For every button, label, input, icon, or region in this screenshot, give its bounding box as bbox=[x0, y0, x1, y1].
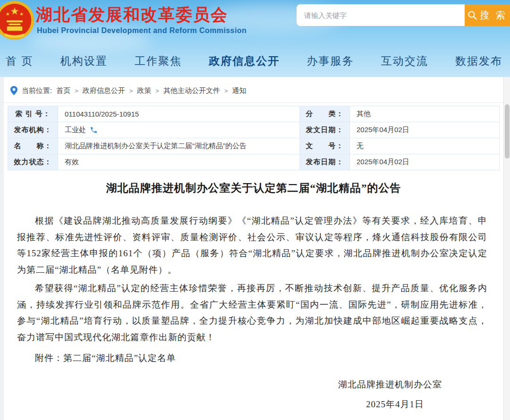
breadcrumb-separator: > bbox=[75, 87, 78, 94]
search-input[interactable] bbox=[297, 4, 465, 26]
meta-value-category: 其他 bbox=[350, 106, 500, 122]
content-panel: 当前位置: 首页 > 政府信息公开 > 政策 > 其他主动公开文件 > 通知 索… bbox=[4, 77, 503, 420]
table-row: 名 称： 湖北品牌推进机制办公室关于认定第二届“湖北精品”的公告 文 号： 无 bbox=[8, 138, 500, 154]
nav-item-org[interactable]: 机构设置 bbox=[60, 54, 108, 68]
location-pin-icon bbox=[10, 86, 17, 95]
article: 湖北品牌推进机制办公室关于认定第二届“湖北精品”的公告 根据《建设品牌湖北推动高… bbox=[4, 181, 503, 411]
nav-item-data-release[interactable]: 数据发布 bbox=[455, 54, 502, 68]
breadcrumb: 当前位置: 首页 > 政府信息公开 > 政策 > 其他主动公开文件 > 通知 bbox=[4, 77, 503, 103]
meta-label-validity: 效力状态： bbox=[8, 154, 58, 170]
table-row: 索 引 号： 011043110/2025-10915 分 类： 其他 bbox=[8, 106, 500, 122]
breadcrumb-separator: > bbox=[155, 87, 159, 94]
meta-label-title: 名 称： bbox=[8, 138, 58, 154]
article-date: 2025年4月1日 bbox=[17, 398, 487, 411]
attachment-link[interactable]: 附件：第二届“湖北精品”认定名单 bbox=[17, 350, 487, 366]
meta-label-doc-number: 文 号： bbox=[300, 138, 350, 154]
site-subtitle: Hubei Provincial Development and Reform … bbox=[37, 26, 246, 35]
meta-label-issuing-agency: 发布机构： bbox=[8, 122, 58, 138]
page: 湖北省发展和改革委员会 Hubei Provincial Development… bbox=[0, 0, 510, 420]
article-title: 湖北品牌推进机制办公室关于认定第二届“湖北精品”的公告 bbox=[4, 181, 503, 195]
article-paragraph-2: 希望获得“湖北精品”认定的经营主体珍惜荣誉，再接再厉，不断推动技术创新、提升产品… bbox=[17, 280, 487, 345]
meta-label-issue-date: 发文日期： bbox=[300, 122, 350, 138]
search-box: 搜 索 bbox=[297, 4, 510, 26]
table-row: 发布机构： 工业处 发文日期： 2025年04月02日 bbox=[8, 122, 500, 138]
site-title: 湖北省发展和改革委员会 bbox=[36, 4, 228, 26]
main-nav: 首 页 机构设置 工作聚焦 政府信息公开 办事服务 互动交流 数据发布 bbox=[0, 48, 510, 77]
nav-item-work-focus[interactable]: 工作聚焦 bbox=[135, 54, 182, 68]
article-paragraph-1: 根据《建设品牌湖北推动高质量发展行动纲要》《“湖北精品”认定管理办法》等有关要求… bbox=[17, 213, 487, 278]
breadcrumb-separator: > bbox=[224, 87, 228, 94]
meta-value-title: 湖北品牌推进机制办公室关于认定第二届“湖北精品”的公告 bbox=[58, 138, 300, 154]
site-banner: 湖北省发展和改革委员会 Hubei Provincial Development… bbox=[0, 0, 510, 77]
meta-value-issue-date: 2025年04月02日 bbox=[350, 122, 500, 138]
article-signature: 湖北品牌推进机制办公室 bbox=[17, 378, 487, 391]
meta-value-publish-date: 2025年04月02日 bbox=[350, 154, 500, 170]
meta-value-validity: 有效 bbox=[58, 154, 300, 170]
meta-value-index-no: 011043110/2025-10915 bbox=[58, 106, 300, 122]
breadcrumb-item-other-docs[interactable]: 其他主动公开文件 bbox=[163, 86, 220, 95]
search-icon bbox=[468, 10, 477, 20]
search-button[interactable]: 搜 索 bbox=[465, 4, 510, 26]
table-row: 效力状态： 有效 发布日期： 2025年04月02日 bbox=[8, 154, 500, 170]
issuing-agency-text: 工业处 bbox=[65, 126, 86, 134]
article-body: 根据《建设品牌湖北推动高质量发展行动纲要》《“湖北精品”认定管理办法》等有关要求… bbox=[17, 213, 487, 411]
meta-label-publish-date: 发布日期： bbox=[300, 154, 350, 170]
meta-value-doc-number: 无 bbox=[350, 138, 500, 154]
document-meta-table: 索 引 号： 011043110/2025-10915 分 类： 其他 发布机构… bbox=[8, 106, 500, 170]
breadcrumb-item-notice[interactable]: 通知 bbox=[232, 86, 246, 95]
meta-label-category: 分 类： bbox=[300, 106, 350, 122]
scrollbar-thumb[interactable] bbox=[505, 104, 510, 159]
breadcrumb-prefix: 当前位置: bbox=[22, 86, 52, 95]
nav-item-gov-info[interactable]: 政府信息公开 bbox=[209, 54, 280, 68]
search-button-label: 搜 索 bbox=[480, 9, 507, 22]
breadcrumb-item-policy[interactable]: 政策 bbox=[137, 86, 151, 95]
nav-item-home[interactable]: 首 页 bbox=[6, 54, 33, 68]
breadcrumb-item-home[interactable]: 首页 bbox=[56, 86, 70, 95]
national-emblem-logo bbox=[0, 0, 35, 41]
phone-icon[interactable] bbox=[90, 126, 98, 134]
breadcrumb-item-gov-info[interactable]: 政府信息公开 bbox=[83, 86, 125, 95]
meta-label-index-no: 索 引 号： bbox=[8, 106, 58, 122]
meta-value-issuing-agency: 工业处 bbox=[58, 122, 300, 138]
vertical-scrollbar[interactable] bbox=[503, 77, 510, 420]
nav-item-services[interactable]: 办事服务 bbox=[306, 54, 354, 68]
nav-item-interaction[interactable]: 互动交流 bbox=[381, 54, 428, 68]
breadcrumb-separator: > bbox=[129, 87, 133, 94]
